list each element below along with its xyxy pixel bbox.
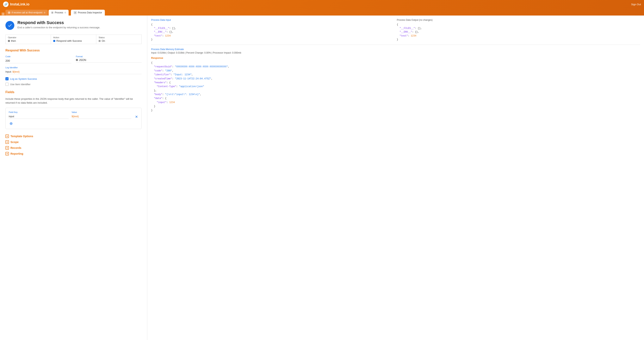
scope-section[interactable]: + Scope (6, 140, 142, 144)
main-layout: Respond with Success End a caller's conn… (0, 16, 644, 340)
records-plus-icon: + (6, 146, 9, 150)
field-value-label: Value (72, 111, 132, 113)
action-title: Respond with Success (18, 20, 100, 25)
process-data-input-panel: Process Data Input { "__FILES__": [], "_… (151, 19, 397, 42)
tab-inspector-close-x[interactable]: ✕ (74, 11, 77, 14)
resp-line: } (151, 104, 640, 108)
format-field: Format JSON (76, 55, 142, 63)
respond-section-title: Respond With Success (6, 49, 142, 52)
resp-line: "code": "200", (151, 69, 640, 73)
field-value-value[interactable]: ${test} (72, 114, 132, 119)
code-line: { (397, 23, 640, 27)
action-value: Respond with Success (53, 39, 94, 42)
code-field: Code (6, 55, 71, 63)
reporting-section[interactable]: + Reporting (6, 152, 142, 155)
tab-inspector[interactable]: ✕ Process Data Inspector (71, 10, 105, 16)
resp-line: }, (151, 89, 640, 93)
use-item-identifier-label[interactable]: Use Item Identifier (10, 83, 30, 86)
code-line: "__ENV__": {}, (151, 30, 394, 34)
code-line: { (151, 23, 394, 27)
log-id-var: ${test} (12, 70, 20, 73)
resp-line: "body": "{\n\t\"input\": 1234\n}", (151, 93, 640, 96)
action-title-block: Respond with Success End a caller's conn… (18, 20, 100, 29)
resp-line: "createdTime": "2023-11-14T22:24:04.475Z… (151, 77, 640, 81)
field-key-label: Field Key (9, 111, 68, 113)
tab-process-close[interactable]: ✕ (51, 11, 54, 14)
field-key-col: Field Key input (9, 111, 68, 119)
operator-field: Operator then (6, 35, 51, 44)
fields-description: Include these properties in the JSON res… (6, 97, 142, 105)
code-label: Code (6, 55, 71, 58)
action-subtitle: End a caller's connection to the endpoin… (18, 26, 100, 29)
response-section: Response { "requestGuid": "XXXXXXXX-XXXX… (147, 57, 644, 112)
reporting-label: Reporting (10, 152, 23, 155)
topbar: 🔗 InstaLink.io Sign Out (0, 0, 644, 9)
process-data-output-code: { "__FILES__": [], "__ENV__": {}, "test"… (397, 23, 640, 42)
operator-label: Operator (8, 36, 48, 39)
code-line: "__ENV__": {}, (397, 30, 640, 34)
log-system-success-row: Log as System Success (6, 77, 142, 80)
logo: 🔗 InstaLink.io (3, 2, 30, 7)
tab-endpoint[interactable]: ✕ if receive call at /first-endpoint ⚙ (6, 10, 48, 16)
records-section[interactable]: + Records (6, 146, 142, 150)
expand-sections: + Template Options + Scope + Records + R… (6, 134, 142, 155)
process-data-input-code: { "__FILES__": [], "__ENV__": {}, "test"… (151, 23, 394, 42)
action-field: Action Respond with Success (51, 35, 96, 44)
field-delete-button[interactable]: ✕ (134, 115, 138, 119)
action-label: Action (53, 36, 94, 39)
field-value-col: Value ${test} (72, 111, 132, 119)
action-header: Respond with Success End a caller's conn… (6, 20, 142, 30)
log-system-success-label[interactable]: Log as System Success (10, 77, 37, 80)
scope-label: Scope (10, 140, 18, 144)
response-code: { "requestGuid": "XXXXXXXX-XXXX-XXXX-XXX… (151, 61, 640, 112)
template-options-plus-icon: + (6, 134, 9, 138)
resp-line: "Content-Type": "application/json" (151, 85, 640, 88)
code-line: "test": 1234 (151, 34, 394, 38)
process-data-output-title: Process Data Output (no changes) (397, 19, 640, 21)
fields-section: Fields Include these properties in the J… (6, 90, 142, 129)
format-value-row: JSON (76, 58, 142, 62)
template-options-section[interactable]: + Template Options (6, 134, 142, 138)
tab-process-label: Process (55, 11, 63, 14)
records-label: Records (10, 146, 21, 149)
sign-out-button[interactable]: Sign Out (631, 3, 641, 6)
log-identifier-label: Log Identifier (6, 66, 142, 69)
data-panels: Process Data Input { "__FILES__": [], "_… (147, 16, 644, 42)
use-item-identifier-checkbox[interactable] (6, 83, 8, 86)
field-row-header: Field Key input Value ${test} ✕ (9, 111, 138, 119)
tabbar: ✕ ✕ if receive call at /first-endpoint ⚙… (0, 9, 644, 16)
add-field-button[interactable]: ⊕ (9, 121, 13, 126)
action-icon (6, 21, 14, 30)
code-line: } (397, 38, 640, 42)
operator-dot (8, 40, 10, 42)
status-label: Status (98, 36, 139, 39)
oas-row: Operator then Action Respond with Succes… (6, 35, 142, 44)
action-dot (53, 40, 55, 42)
field-key-value[interactable]: input (9, 114, 68, 119)
tab-process[interactable]: ✕ Process ⚙ (49, 10, 68, 16)
memory-section: Process Data Memory Estimate Input: 0.01… (147, 48, 644, 54)
scope-plus-icon: + (6, 140, 9, 144)
right-panel: Process Data Input { "__FILES__": [], "_… (147, 16, 644, 340)
divider-1 (151, 45, 640, 45)
resp-line: "input": 1234 (151, 101, 640, 104)
memory-value: Input: 0.016kb | Output: 0.016kb | Perce… (151, 51, 640, 54)
resp-line: } (151, 108, 640, 112)
tab-process-settings[interactable]: ⚙ (64, 12, 66, 14)
resp-line: "identifier": "Input: 1234", (151, 73, 640, 77)
status-dot (98, 40, 100, 42)
tab-endpoint-settings[interactable]: ⚙ (44, 12, 46, 14)
close-all-button[interactable]: ✕ (2, 13, 5, 16)
operator-value: then (8, 39, 48, 42)
status-field: Status On (96, 35, 142, 44)
tab-endpoint-close[interactable]: ✕ (8, 11, 10, 14)
log-system-success-checkbox[interactable] (6, 77, 8, 80)
code-format-row: Code Format JSON (6, 55, 142, 63)
field-row-box: Field Key input Value ${test} ✕ ⊕ (6, 108, 142, 129)
log-identifier-value: Input: ${test} (6, 69, 142, 74)
status-value: On (98, 39, 139, 42)
process-data-input-title: Process Data Input (151, 19, 394, 21)
code-input[interactable] (6, 58, 71, 63)
resp-line: "requestGuid": "XXXXXXXX-XXXX-XXXX-XXXX-… (151, 65, 640, 69)
code-line: "__FILES__": [], (151, 27, 394, 30)
